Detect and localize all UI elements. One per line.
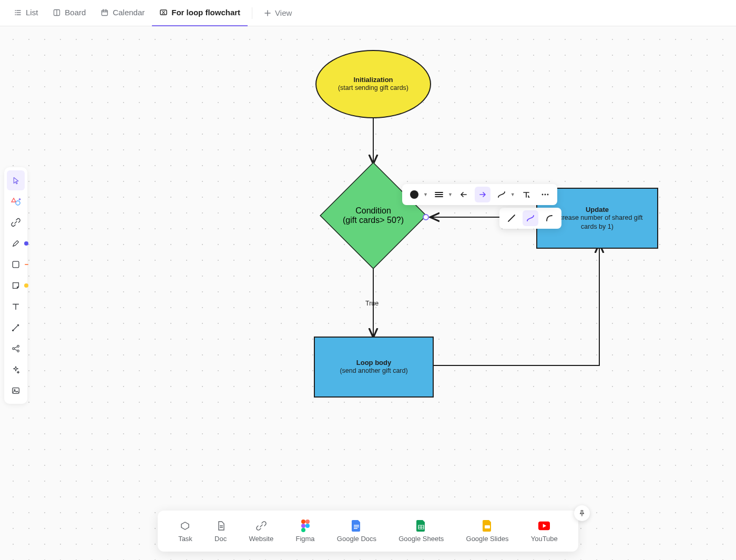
curve-elbow-button[interactable]: [523, 210, 538, 226]
curve-straight-button[interactable]: [504, 210, 519, 226]
square-icon: [11, 260, 21, 269]
connector-more-button[interactable]: [537, 187, 553, 202]
svg-point-16: [301, 524, 305, 528]
tab-board[interactable]: Board: [45, 0, 93, 26]
card-gslides-label: Google Slides: [466, 535, 509, 543]
connector-arrow-start-button[interactable]: [456, 187, 472, 202]
color-swatch-icon: [410, 190, 418, 199]
card-gsheets[interactable]: Google Sheets: [398, 520, 444, 543]
link-icon: [255, 520, 267, 532]
left-toolbar: [4, 167, 27, 404]
whiteboard-canvas[interactable]: Initialization (start sending gift cards…: [0, 26, 736, 560]
svg-point-3: [541, 194, 543, 196]
card-gslides[interactable]: Google Slides: [466, 520, 509, 543]
svg-rect-12: [13, 388, 19, 394]
tool-link[interactable]: [7, 212, 25, 232]
cursor-icon: [12, 176, 21, 185]
tab-flowchart[interactable]: For loop flowchart: [152, 0, 248, 26]
tab-flowchart-label: For loop flowchart: [171, 8, 240, 17]
figma-icon: [300, 520, 311, 532]
task-icon: [179, 520, 191, 532]
caret-icon: ▼: [423, 192, 428, 197]
board-icon: [53, 8, 61, 17]
edge-label-true[interactable]: True: [365, 300, 379, 307]
shapes-icon: [11, 196, 21, 207]
plus-icon: [264, 9, 271, 17]
connector-icon: [11, 323, 21, 332]
tab-divider: [252, 7, 252, 19]
card-gsheets-label: Google Sheets: [398, 535, 444, 543]
connector-line-style-button[interactable]: [431, 187, 447, 202]
tool-connector[interactable]: [7, 318, 25, 338]
tool-text[interactable]: [7, 297, 25, 317]
tool-ai[interactable]: [7, 360, 25, 380]
view-tabs: List Board Calendar For loop flowchart V…: [0, 0, 736, 26]
mindmap-icon: [11, 344, 21, 353]
node-loop-body-title: Loop body: [356, 359, 391, 366]
pen-icon: [11, 239, 21, 248]
svg-point-9: [13, 348, 15, 350]
list-icon: [14, 8, 22, 17]
doc-icon: [215, 520, 227, 532]
card-website[interactable]: Website: [249, 520, 273, 543]
card-task[interactable]: Task: [178, 520, 192, 543]
svg-point-18: [301, 528, 305, 532]
card-doc[interactable]: Doc: [214, 520, 227, 543]
node-update-sub: (increase number of shared gift cards by…: [550, 213, 645, 231]
node-loop-body[interactable]: Loop body (send another gift card): [314, 337, 434, 398]
card-gdocs[interactable]: Google Docs: [337, 520, 376, 543]
image-icon: [11, 386, 21, 395]
connector-text-button[interactable]: [518, 187, 534, 202]
gslides-icon: [482, 520, 493, 532]
calendar-icon: [100, 8, 109, 17]
card-doc-label: Doc: [214, 535, 227, 543]
tab-list[interactable]: List: [6, 0, 45, 26]
svg-point-5: [547, 194, 548, 196]
tab-board-label: Board: [65, 8, 86, 17]
svg-point-13: [14, 389, 15, 390]
connection-handle[interactable]: [423, 214, 429, 220]
tab-calendar-label: Calendar: [113, 8, 145, 17]
youtube-icon: [538, 520, 550, 532]
connector-curve-button[interactable]: [494, 187, 509, 202]
sticky-icon: [11, 281, 21, 290]
add-view-label: View: [275, 8, 292, 17]
svg-point-8: [12, 330, 14, 331]
card-figma[interactable]: Figma: [295, 520, 314, 543]
tool-pen[interactable]: [7, 233, 25, 253]
node-condition[interactable]: Condition (gift cards> 50?): [321, 163, 426, 268]
svg-point-14: [301, 520, 305, 524]
bottom-card-bar: Task Doc Website Figma Google Docs Googl…: [158, 511, 578, 552]
caret-icon: ▼: [448, 192, 453, 197]
svg-rect-1: [102, 10, 108, 15]
tool-select[interactable]: [7, 170, 25, 190]
pin-icon: [578, 510, 586, 517]
add-view-button[interactable]: View: [257, 0, 299, 26]
connector-color-button[interactable]: [406, 187, 422, 202]
card-youtube-label: YouTube: [531, 535, 558, 543]
connector-arrow-end-button[interactable]: [475, 187, 490, 202]
tool-sticky[interactable]: [7, 276, 25, 296]
tab-calendar[interactable]: Calendar: [93, 0, 152, 26]
svg-point-17: [305, 524, 310, 528]
card-youtube[interactable]: YouTube: [531, 520, 558, 543]
tool-square[interactable]: [7, 254, 25, 274]
node-update-title: Update: [586, 206, 609, 213]
link-icon: [11, 218, 21, 227]
node-initialization[interactable]: Initialization (start sending gift cards…: [315, 50, 431, 118]
card-gdocs-label: Google Docs: [337, 535, 376, 543]
curve-rounded-button[interactable]: [541, 210, 557, 226]
caret-icon: ▼: [510, 192, 515, 197]
tool-shape-add[interactable]: [7, 191, 25, 211]
node-initialization-title: Initialization: [353, 76, 393, 84]
pin-button[interactable]: [574, 505, 590, 521]
svg-rect-7: [13, 261, 19, 268]
text-icon: [11, 302, 21, 311]
tool-image[interactable]: [7, 381, 25, 401]
svg-point-11: [17, 350, 19, 352]
node-initialization-sub: (start sending gift cards): [338, 84, 408, 93]
svg-point-10: [17, 345, 19, 348]
tool-mindmap[interactable]: [7, 339, 25, 359]
gdocs-icon: [351, 520, 362, 532]
node-loop-body-sub: (send another gift card): [340, 366, 407, 375]
